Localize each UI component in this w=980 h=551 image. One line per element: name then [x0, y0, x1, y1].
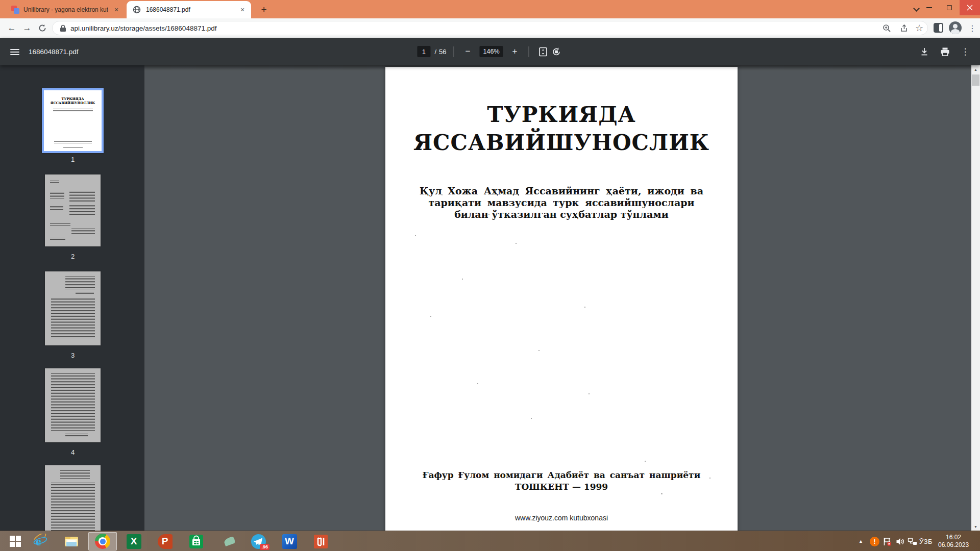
zoom-out-button[interactable]: −	[461, 45, 475, 58]
pdf-content-area: ТУРКИЯДА ЯССАВИЙШУНОСЛИК 1	[0, 65, 980, 531]
document-city-year: ТОШКЕНТ — 1999	[385, 482, 738, 492]
print-icon[interactable]	[938, 45, 951, 58]
browser-navbar: ← → api.unilibrary.uz/storage/assets/168…	[0, 18, 980, 38]
lock-icon	[60, 24, 66, 32]
thumbnail-label: 2	[42, 253, 104, 260]
scrollbar-thumb[interactable]	[972, 74, 979, 86]
browser-tab-strip: Unilibrary - yagona elektron kutu × 1686…	[0, 0, 980, 18]
back-icon[interactable]: ←	[4, 20, 19, 36]
start-button[interactable]	[1, 532, 30, 550]
tab-pdf[interactable]: 1686048871.pdf ×	[127, 1, 251, 18]
tray-volume[interactable]	[895, 531, 905, 551]
taskbar-orange-book-app[interactable]	[306, 532, 335, 550]
zoom-page-icon[interactable]	[881, 23, 892, 33]
scroll-up-icon[interactable]: ▲	[971, 65, 980, 73]
edge-icon	[220, 534, 235, 549]
globe-favicon-icon	[133, 6, 141, 14]
taskbar-edge[interactable]	[213, 532, 241, 550]
document-title: ТУРКИЯДА ЯССАВИЙШУНОСЛИК	[385, 101, 738, 157]
pdf-toolbar-controls: 1 / 56 − 146% +	[417, 38, 562, 65]
rotate-button[interactable]	[550, 45, 563, 58]
taskbar-microsoft-store[interactable]	[182, 532, 210, 550]
word-icon: W	[282, 534, 297, 549]
forward-icon[interactable]: →	[19, 20, 35, 36]
page-total: 56	[439, 48, 446, 56]
toolbar-divider	[529, 46, 529, 57]
chrome-icon	[95, 534, 110, 549]
new-tab-button[interactable]: +	[257, 3, 271, 16]
thumbnail-page-4[interactable]	[45, 368, 101, 442]
close-x-icon	[967, 5, 973, 11]
tray-up-arrow-icon: ▲	[859, 539, 863, 544]
thumbnail-page-1[interactable]: ТУРКИЯДА ЯССАВИЙШУНОСЛИК	[42, 88, 104, 153]
tray-notification[interactable]: !	[870, 531, 879, 551]
document-subtitle: Қул Хожа Аҳмад Яссавийнинг ҳаёти, ижоди …	[385, 185, 738, 220]
scroll-down-icon[interactable]: ▼	[971, 522, 980, 531]
tray-network[interactable]	[908, 531, 918, 551]
telegram-unread-badge: .96	[260, 544, 270, 550]
fit-page-button[interactable]	[536, 45, 550, 58]
file-explorer-icon	[64, 534, 79, 549]
speaker-icon	[895, 537, 905, 546]
pdf-toolbar: 1686048871.pdf 1 / 56 − 146% + ⋮	[0, 38, 980, 65]
orange-book-app-icon	[313, 534, 328, 549]
internet-explorer-icon: e	[33, 534, 48, 549]
thumbnail-panel: ТУРКИЯДА ЯССАВИЙШУНОСЛИК 1	[0, 65, 144, 531]
tray-clock[interactable]: 16:02 06.06.2023	[938, 531, 977, 551]
zoom-in-button[interactable]: +	[508, 45, 522, 58]
tab-close-icon[interactable]: ×	[112, 5, 121, 14]
page-scrollbar[interactable]: ▲ ▼	[971, 65, 980, 531]
pdf-document-title: 1686048871.pdf	[29, 38, 79, 65]
screen: Unilibrary - yagona elektron kutu × 1686…	[0, 0, 980, 551]
profile-avatar[interactable]	[949, 21, 962, 34]
window-maximize-button[interactable]	[939, 0, 960, 15]
toolbar-divider	[454, 46, 454, 57]
page-number-input[interactable]: 1	[417, 46, 430, 57]
window-minimize-button[interactable]	[919, 0, 939, 15]
tray-language-indicator[interactable]: ЎЗБ	[919, 531, 933, 551]
pdf-viewer: ТУРКИЯДА ЯССАВИЙШУНОСЛИК Қул Хожа Аҳмад …	[144, 65, 971, 531]
store-icon	[189, 534, 204, 549]
unilibrary-favicon-icon	[11, 6, 19, 14]
tab-title: Unilibrary - yagona elektron kutu	[23, 6, 108, 13]
reload-icon[interactable]	[35, 20, 50, 36]
page-separator: /	[434, 48, 436, 56]
tab-title: 1686048871.pdf	[146, 6, 234, 13]
tab-close-icon[interactable]: ×	[238, 5, 247, 14]
zoom-level-value[interactable]: 146%	[480, 46, 503, 57]
ethernet-icon	[908, 537, 918, 546]
side-panel-icon[interactable]	[934, 23, 943, 33]
url-text[interactable]: api.unilibrary.uz/storage/assets/1686048…	[70, 24, 216, 32]
tray-date: 06.06.2023	[938, 541, 969, 549]
taskbar-internet-explorer[interactable]: e	[26, 532, 55, 550]
taskbar-powerpoint[interactable]: P	[151, 532, 179, 550]
window-close-button[interactable]	[960, 0, 980, 15]
tray-time: 16:02	[938, 534, 969, 541]
pdf-menu-dots-icon[interactable]: ⋮	[959, 45, 972, 58]
excel-icon: X	[127, 534, 141, 549]
download-icon[interactable]	[918, 45, 931, 58]
taskbar-excel[interactable]: X	[119, 532, 148, 550]
taskbar-chrome-active[interactable]	[88, 532, 117, 550]
thumbnail-page-3[interactable]	[45, 271, 101, 345]
taskbar-word[interactable]: W	[275, 532, 304, 550]
tab-unilibrary[interactable]: Unilibrary - yagona elektron kutu ×	[6, 1, 125, 18]
windows-logo-icon	[10, 536, 21, 547]
pdf-menu-hamburger-icon[interactable]	[9, 46, 20, 57]
taskbar-file-explorer[interactable]	[57, 532, 86, 550]
share-icon[interactable]	[899, 23, 909, 33]
pdf-page-1: ТУРКИЯДА ЯССАВИЙШУНОСЛИК Қул Хожа Аҳмад …	[385, 67, 738, 531]
taskbar: e X P	[0, 531, 980, 551]
tray-hidden-icons[interactable]: ▲	[859, 531, 863, 551]
flag-icon	[883, 537, 892, 546]
tray-action-center[interactable]	[883, 531, 892, 551]
powerpoint-icon: P	[158, 534, 173, 549]
bookmark-star-icon[interactable]: ☆	[914, 23, 924, 33]
browser-menu-dots-icon[interactable]: ⋮	[967, 21, 978, 35]
thumbnail-page-5[interactable]	[45, 465, 101, 531]
thumbnail-page-2[interactable]	[45, 174, 101, 246]
address-bar[interactable]: api.unilibrary.uz/storage/assets/1686048…	[52, 21, 928, 35]
document-publisher: Ғафур Ғулом номидаги Адабиёт ва санъат н…	[385, 470, 738, 480]
taskbar-telegram[interactable]: .96	[244, 532, 273, 550]
thumbnail-label: 1	[42, 156, 104, 163]
